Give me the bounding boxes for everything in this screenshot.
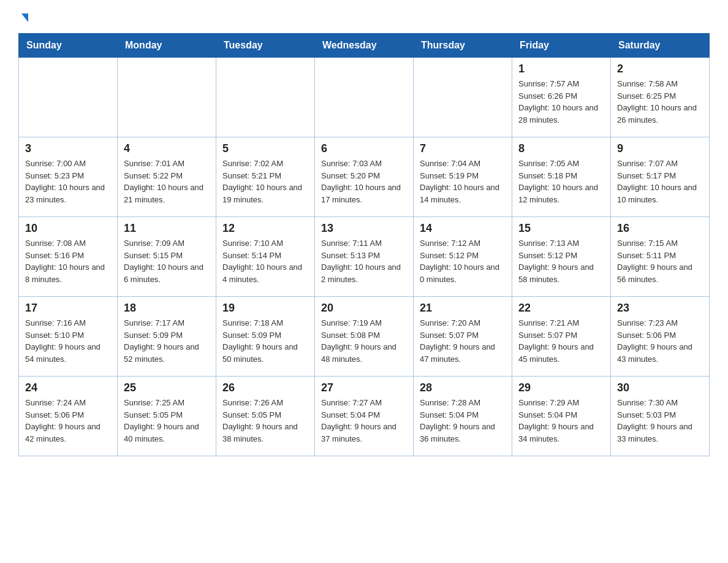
day-number: 19 — [222, 302, 308, 315]
col-header-sunday: Sunday — [19, 34, 118, 58]
day-number: 3 — [25, 142, 111, 155]
day-info: Sunrise: 7:02 AMSunset: 5:21 PMDaylight:… — [222, 158, 308, 205]
day-info: Sunrise: 7:29 AMSunset: 5:04 PMDaylight:… — [518, 397, 604, 445]
day-info: Sunrise: 7:09 AMSunset: 5:15 PMDaylight:… — [124, 237, 210, 285]
calendar-cell: 8Sunrise: 7:05 AMSunset: 5:18 PMDaylight… — [512, 137, 611, 217]
calendar-cell: 26Sunrise: 7:26 AMSunset: 5:05 PMDayligh… — [216, 377, 315, 456]
calendar-cell: 13Sunrise: 7:11 AMSunset: 5:13 PMDayligh… — [315, 217, 414, 297]
day-number: 21 — [420, 302, 506, 315]
day-info: Sunrise: 7:57 AMSunset: 6:26 PMDaylight:… — [518, 78, 604, 126]
calendar-cell: 27Sunrise: 7:27 AMSunset: 5:04 PMDayligh… — [315, 377, 414, 456]
calendar-table: SundayMondayTuesdayWednesdayThursdayFrid… — [18, 33, 710, 456]
calendar-cell: 4Sunrise: 7:01 AMSunset: 5:22 PMDaylight… — [118, 137, 216, 217]
day-info: Sunrise: 7:24 AMSunset: 5:06 PMDaylight:… — [25, 397, 111, 445]
calendar-cell: 17Sunrise: 7:16 AMSunset: 5:10 PMDayligh… — [19, 297, 118, 377]
calendar-cell — [414, 58, 512, 137]
day-info: Sunrise: 7:18 AMSunset: 5:09 PMDaylight:… — [222, 317, 308, 365]
calendar-cell: 7Sunrise: 7:04 AMSunset: 5:19 PMDaylight… — [414, 137, 512, 217]
day-number: 10 — [25, 222, 111, 235]
day-info: Sunrise: 7:04 AMSunset: 5:19 PMDaylight:… — [420, 158, 506, 205]
logo-triangle-icon — [21, 13, 28, 22]
calendar-cell: 19Sunrise: 7:18 AMSunset: 5:09 PMDayligh… — [216, 297, 315, 377]
calendar-header-row: SundayMondayTuesdayWednesdayThursdayFrid… — [19, 34, 710, 58]
day-info: Sunrise: 7:28 AMSunset: 5:04 PMDaylight:… — [420, 397, 506, 445]
day-info: Sunrise: 7:07 AMSunset: 5:17 PMDaylight:… — [617, 158, 703, 205]
calendar-cell: 12Sunrise: 7:10 AMSunset: 5:14 PMDayligh… — [216, 217, 315, 297]
calendar-cell: 21Sunrise: 7:20 AMSunset: 5:07 PMDayligh… — [414, 297, 512, 377]
calendar-cell: 11Sunrise: 7:09 AMSunset: 5:15 PMDayligh… — [118, 217, 216, 297]
day-number: 14 — [420, 222, 506, 235]
day-info: Sunrise: 7:19 AMSunset: 5:08 PMDaylight:… — [321, 317, 407, 365]
day-number: 18 — [124, 302, 210, 315]
calendar-cell: 25Sunrise: 7:25 AMSunset: 5:05 PMDayligh… — [118, 377, 216, 456]
calendar-week-row: 1Sunrise: 7:57 AMSunset: 6:26 PMDaylight… — [19, 58, 710, 137]
day-info: Sunrise: 7:16 AMSunset: 5:10 PMDaylight:… — [25, 317, 111, 365]
col-header-tuesday: Tuesday — [216, 34, 315, 58]
calendar-cell — [118, 58, 216, 137]
calendar-cell: 28Sunrise: 7:28 AMSunset: 5:04 PMDayligh… — [414, 377, 512, 456]
day-info: Sunrise: 7:27 AMSunset: 5:04 PMDaylight:… — [321, 397, 407, 445]
day-number: 17 — [25, 302, 111, 315]
calendar-cell: 10Sunrise: 7:08 AMSunset: 5:16 PMDayligh… — [19, 217, 118, 297]
day-info: Sunrise: 7:26 AMSunset: 5:05 PMDaylight:… — [222, 397, 308, 445]
day-number: 28 — [420, 381, 506, 394]
col-header-friday: Friday — [512, 34, 611, 58]
day-number: 27 — [321, 381, 407, 394]
calendar-cell: 24Sunrise: 7:24 AMSunset: 5:06 PMDayligh… — [19, 377, 118, 456]
calendar-cell: 30Sunrise: 7:30 AMSunset: 5:03 PMDayligh… — [611, 377, 710, 456]
calendar-week-row: 3Sunrise: 7:00 AMSunset: 5:23 PMDaylight… — [19, 137, 710, 217]
day-number: 23 — [617, 302, 703, 315]
col-header-monday: Monday — [118, 34, 216, 58]
calendar-cell — [315, 58, 414, 137]
day-number: 22 — [518, 302, 604, 315]
calendar-cell: 14Sunrise: 7:12 AMSunset: 5:12 PMDayligh… — [414, 217, 512, 297]
day-info: Sunrise: 7:20 AMSunset: 5:07 PMDaylight:… — [420, 317, 506, 365]
calendar-cell — [216, 58, 315, 137]
day-info: Sunrise: 7:00 AMSunset: 5:23 PMDaylight:… — [25, 158, 111, 205]
day-number: 2 — [617, 63, 703, 75]
day-number: 12 — [222, 222, 308, 235]
calendar-week-row: 24Sunrise: 7:24 AMSunset: 5:06 PMDayligh… — [19, 377, 710, 456]
day-number: 29 — [518, 381, 604, 394]
page-header — [18, 12, 710, 21]
day-info: Sunrise: 7:21 AMSunset: 5:07 PMDaylight:… — [518, 317, 604, 365]
day-number: 7 — [420, 142, 506, 155]
day-number: 6 — [321, 142, 407, 155]
day-info: Sunrise: 7:05 AMSunset: 5:18 PMDaylight:… — [518, 158, 604, 205]
calendar-cell — [19, 58, 118, 137]
day-number: 26 — [222, 381, 308, 394]
calendar-cell: 9Sunrise: 7:07 AMSunset: 5:17 PMDaylight… — [611, 137, 710, 217]
calendar-week-row: 17Sunrise: 7:16 AMSunset: 5:10 PMDayligh… — [19, 297, 710, 377]
calendar-cell: 2Sunrise: 7:58 AMSunset: 6:25 PMDaylight… — [611, 58, 710, 137]
day-info: Sunrise: 7:23 AMSunset: 5:06 PMDaylight:… — [617, 317, 703, 365]
day-number: 24 — [25, 381, 111, 394]
calendar-week-row: 10Sunrise: 7:08 AMSunset: 5:16 PMDayligh… — [19, 217, 710, 297]
day-number: 5 — [222, 142, 308, 155]
day-info: Sunrise: 7:25 AMSunset: 5:05 PMDaylight:… — [124, 397, 210, 445]
day-info: Sunrise: 7:01 AMSunset: 5:22 PMDaylight:… — [124, 158, 210, 205]
day-info: Sunrise: 7:11 AMSunset: 5:13 PMDaylight:… — [321, 237, 407, 285]
day-number: 9 — [617, 142, 703, 155]
calendar-cell: 15Sunrise: 7:13 AMSunset: 5:12 PMDayligh… — [512, 217, 611, 297]
logo — [18, 12, 28, 21]
calendar-cell: 3Sunrise: 7:00 AMSunset: 5:23 PMDaylight… — [19, 137, 118, 217]
day-info: Sunrise: 7:10 AMSunset: 5:14 PMDaylight:… — [222, 237, 308, 285]
col-header-saturday: Saturday — [611, 34, 710, 58]
calendar-cell: 20Sunrise: 7:19 AMSunset: 5:08 PMDayligh… — [315, 297, 414, 377]
day-info: Sunrise: 7:12 AMSunset: 5:12 PMDaylight:… — [420, 237, 506, 285]
calendar-cell: 29Sunrise: 7:29 AMSunset: 5:04 PMDayligh… — [512, 377, 611, 456]
day-number: 8 — [518, 142, 604, 155]
day-number: 25 — [124, 381, 210, 394]
day-number: 1 — [518, 63, 604, 75]
day-info: Sunrise: 7:58 AMSunset: 6:25 PMDaylight:… — [617, 78, 703, 126]
calendar-cell: 1Sunrise: 7:57 AMSunset: 6:26 PMDaylight… — [512, 58, 611, 137]
calendar-cell: 6Sunrise: 7:03 AMSunset: 5:20 PMDaylight… — [315, 137, 414, 217]
day-info: Sunrise: 7:13 AMSunset: 5:12 PMDaylight:… — [518, 237, 604, 285]
day-number: 30 — [617, 381, 703, 394]
calendar-cell: 22Sunrise: 7:21 AMSunset: 5:07 PMDayligh… — [512, 297, 611, 377]
day-number: 11 — [124, 222, 210, 235]
day-info: Sunrise: 7:15 AMSunset: 5:11 PMDaylight:… — [617, 237, 703, 285]
calendar-cell: 23Sunrise: 7:23 AMSunset: 5:06 PMDayligh… — [611, 297, 710, 377]
col-header-thursday: Thursday — [414, 34, 512, 58]
day-number: 16 — [617, 222, 703, 235]
